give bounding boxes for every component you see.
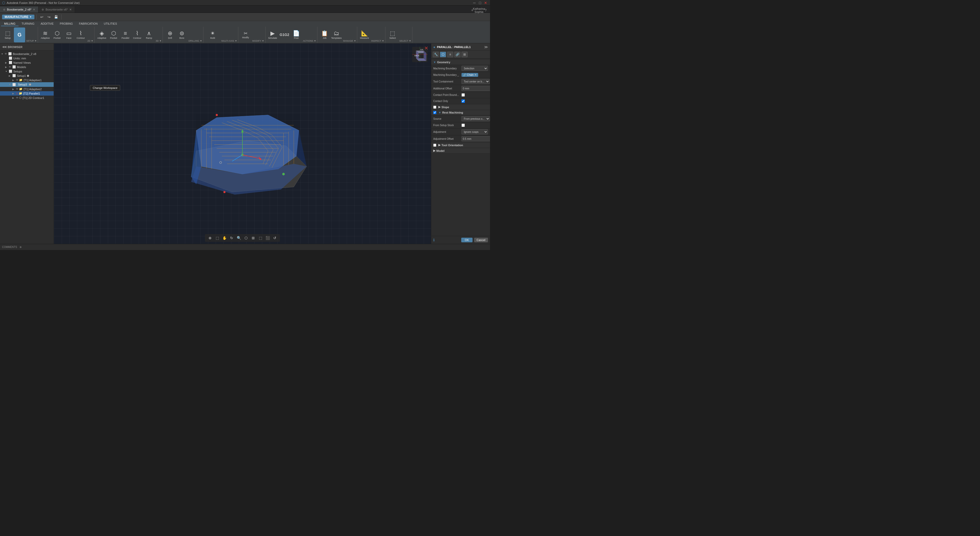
geometry-section-header[interactable]: ▼ Geometry [431,60,490,65]
ribbon-tab-fabrication[interactable]: FABRICATION [76,22,101,26]
tool-containment-select[interactable]: Tool center on b... [461,79,490,84]
ribbon-tab-probing[interactable]: PROBING [57,22,76,26]
machining-boundary-select[interactable]: Selection [461,66,488,71]
fit-button[interactable]: ⬡ [243,235,249,241]
workspace-button[interactable]: MANUFACTURE ▼ [2,14,34,19]
cancel-button[interactable]: Cancel [474,238,488,242]
drill-button[interactable]: ⊕ Drill [164,27,176,42]
tree-item-setup3[interactable]: ▼ ⬜ Setup3 [0,82,54,87]
multiaxis-button[interactable]: ✴ Multi [205,27,220,42]
tree-item-root[interactable]: ▼ 👁 ⬜ Boxoberseite_2 v8 [0,52,54,56]
ok-button[interactable]: OK [461,238,473,242]
ramp-button[interactable]: ∧ Ramp [143,27,154,42]
panel-tab-link[interactable]: 🔗 [454,52,460,57]
section-button[interactable]: ⬛ [264,235,271,241]
t2p1-icon: 📁 [19,92,22,95]
g1g2-button[interactable]: G1G2 [279,27,290,42]
orbit-button[interactable]: ↻ [229,235,235,241]
tree-item-t1-adaptive2[interactable]: ▶ 👁 📁 [T1] Adaptive2 [0,87,54,91]
tree-label-setups: Setups [13,70,22,73]
panel-tab-tool[interactable]: 🔧 [433,52,439,57]
grid-button[interactable]: ⊞ [250,235,256,241]
zoom-button[interactable]: 🔍 [236,235,242,241]
close-button[interactable]: ✕ [483,0,488,5]
undo-button[interactable]: ↩ [39,14,45,20]
tree-item-units[interactable]: ⬜ Units: mm [0,56,54,61]
tool-orientation-section-header[interactable]: ▶ Tool Orientation [431,142,490,148]
contour-button[interactable]: ⌇ Contour [132,27,143,42]
parallel-icon: ≡ [124,30,127,36]
tree-item-named-views[interactable]: ▶ ⬜ Named Views [0,61,54,65]
tab-close-1[interactable]: ✕ [33,8,35,11]
viewport[interactable]: Change Workspace [54,43,431,244]
ribbon-tab-turning[interactable]: TURNING [19,22,38,26]
job-button[interactable]: 📋 Job [319,27,330,42]
post-button[interactable]: 📄 Post [291,27,302,42]
adjustment-select[interactable]: Ignore cusps [461,129,488,134]
source-select[interactable]: From previous o... [461,116,490,121]
tree-item-t1-2d-contour1[interactable]: ▶ 👁 ⬡ [T1] 2D Contour1 [0,96,54,100]
source-row: Source From previous o... [431,115,490,122]
tree-item-setup1[interactable]: ▶ ⬜ Setup1 [0,73,54,78]
additional-offset-input[interactable] [461,86,490,91]
panel-tab-passes[interactable]: ≡ [447,52,453,57]
from-setup-stock-checkbox[interactable] [461,124,465,127]
face-button[interactable]: ▭ Face [63,27,75,42]
rest-machining-checkbox[interactable] [433,111,436,114]
user-button[interactable]: Katharina Sophia [477,8,481,13]
help-button[interactable]: ? [483,8,488,13]
redo-button[interactable]: ↪ [46,14,52,20]
simulate-button[interactable]: ▶ Simulate [267,27,278,42]
adjustment-offset-input[interactable] [461,136,490,141]
display-mode-button[interactable]: ⬚ [214,235,220,241]
modify-button[interactable]: ✂ Modify [240,27,251,42]
tree-item-t1-adaptive1[interactable]: ▶ 👁 📁 [T1] Adaptive1 [0,78,54,82]
3d-pocket-button[interactable]: ⬡ Pocket [108,27,119,42]
orbit2-button[interactable]: ↺ [272,235,278,241]
models-icon: ⬜ [12,65,16,69]
select-button[interactable]: ⬚ Select [387,27,398,42]
ribbon-tab-utilities[interactable]: UTILITIES [101,22,120,26]
setup-button[interactable]: ⬚ Setup [2,27,13,42]
minimize-button[interactable]: ─ [472,0,477,5]
parallel-button[interactable]: ≡ Parallel [120,27,131,42]
appearance-button[interactable]: ⬚ [257,235,264,241]
panel-tab-geometry[interactable]: ⬡ [440,52,446,57]
viewport-cube[interactable]: BACK TOP [411,45,429,64]
3d-adaptive-button[interactable]: ◈ Adaptive [96,27,107,42]
tab-close-2[interactable]: ✕ [69,8,72,11]
tab-boxunterseite[interactable]: ⚙ Boxunterseite v6* ✕ [38,6,75,13]
save-button[interactable]: 💾 [53,14,59,20]
tree-arrow-models: ▶ [5,66,9,69]
g-button[interactable]: G [14,27,25,42]
contact-only-checkbox[interactable] [461,99,465,103]
restore-button[interactable]: □ [478,0,482,5]
tree-item-models[interactable]: ▶ 👁 ⬜ Models [0,65,54,69]
measure-button[interactable]: 📐 Measure [359,27,370,42]
chain-remove-button[interactable]: ✕ [474,73,477,77]
model-section-header[interactable]: ▶ Model [431,148,490,154]
templates-button[interactable]: 🗂 Templates [331,27,342,42]
tree-item-t2-parallel1[interactable]: ▶ ⚠ 📁 [T2] Parallel1 [0,91,54,96]
slope-checkbox[interactable] [433,105,436,109]
toolbar-top: MANUFACTURE ▼ ↩ ↪ 💾 [0,13,490,21]
tree-label-t2-parallel1: [T2] Parallel1 [23,92,40,95]
slope-section-header[interactable]: ▶ Slope [431,104,490,110]
rest-machining-section-header[interactable]: ▼ Rest Machining [431,110,490,115]
ribbon-tab-milling[interactable]: MILLING [1,22,19,26]
contact-point-bounds-checkbox[interactable] [461,93,465,97]
pan-button[interactable]: ✋ [221,235,228,241]
comments-expand-icon[interactable]: ⊕ [19,246,22,249]
tab-boxoberseite[interactable]: ⚙ Boxoberseite_2 v8* ✕ [0,6,38,13]
origin-button[interactable]: ⊕ [207,235,213,241]
browser-collapse-button[interactable]: ◀◀ [2,45,6,49]
2d-pocket-button[interactable]: ⬡ Pocket [51,27,63,42]
2d-contour-button[interactable]: ⌇ Contour [75,27,86,42]
panel-tab-more[interactable]: ⊞ [461,52,468,57]
tool-orientation-checkbox[interactable] [433,144,436,147]
bore-button[interactable]: ⊚ Bore [176,27,188,42]
tree-item-setups[interactable]: ▼ ⬜ Setups [0,69,54,73]
ribbon-tab-additive[interactable]: ADDITIVE [38,22,57,26]
2d-adaptive-button[interactable]: ≋ Adaptive [40,27,51,42]
panel-expand-button[interactable]: ≫ [484,45,488,49]
